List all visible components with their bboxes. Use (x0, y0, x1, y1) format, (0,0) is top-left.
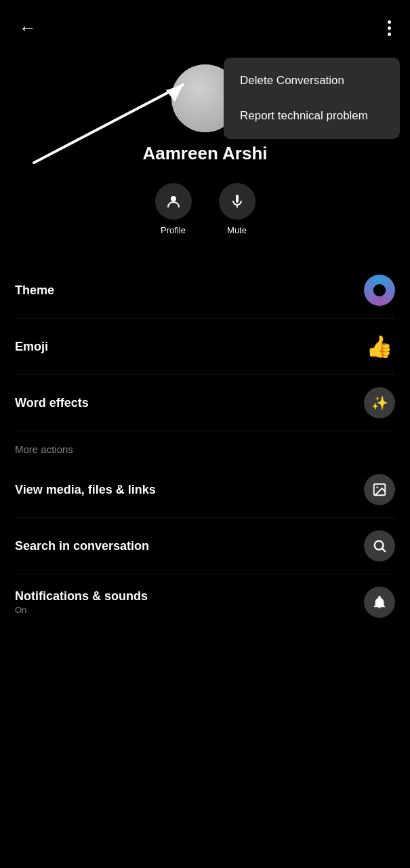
profile-name: Aamreen Arshi (143, 143, 268, 164)
report-problem-item[interactable]: Report technical problem (224, 98, 400, 134)
dot-icon (388, 20, 391, 24)
search-conversation-label: Search in conversation (15, 539, 149, 553)
svg-point-2 (171, 196, 176, 201)
notifications-subtitle: On (15, 605, 148, 615)
word-effects-menu-item[interactable]: Word effects ✨ (0, 375, 410, 431)
search-item-content: Search in conversation (15, 539, 149, 553)
delete-conversation-item[interactable]: Delete Conversation (224, 63, 400, 98)
profile-button[interactable]: Profile (155, 183, 192, 235)
view-media-item-content: View media, files & links (15, 483, 156, 497)
theme-label: Theme (15, 283, 54, 298)
action-buttons-row: Profile Mute (155, 183, 255, 235)
theme-item-content: Theme (15, 283, 54, 298)
svg-line-6 (382, 549, 385, 551)
word-effects-item-content: Word effects (15, 396, 89, 410)
dot-icon (388, 33, 391, 36)
notifications-menu-item[interactable]: Notifications & sounds On (0, 574, 410, 630)
emoji-item-content: Emoji (15, 340, 48, 354)
emoji-menu-item[interactable]: Emoji 👍 (0, 319, 410, 374)
media-icon (364, 474, 395, 505)
theme-icon (364, 275, 395, 306)
view-media-menu-item[interactable]: View media, files & links (0, 462, 410, 517)
svg-point-4 (376, 486, 378, 488)
settings-menu: Theme Emoji 👍 Word effects ✨ More action… (0, 256, 410, 637)
search-icon (364, 530, 395, 561)
emoji-label: Emoji (15, 340, 48, 354)
notifications-label: Notifications & sounds (15, 589, 148, 604)
mute-button[interactable]: Mute (219, 183, 255, 235)
dropdown-menu: Delete Conversation Report technical pro… (224, 58, 400, 139)
profile-label: Profile (161, 225, 186, 235)
header: ← (0, 0, 410, 51)
wand-icon: ✨ (364, 387, 395, 418)
more-options-button[interactable] (382, 15, 396, 41)
notifications-item-content: Notifications & sounds On (15, 589, 148, 615)
back-arrow-icon: ← (19, 18, 37, 38)
emoji-icon: 👍 (364, 331, 395, 362)
more-actions-label: More actions (0, 431, 410, 462)
dot-icon (388, 26, 391, 30)
back-button[interactable]: ← (14, 12, 42, 44)
mute-icon (219, 183, 255, 220)
word-effects-label: Word effects (15, 396, 89, 410)
theme-menu-item[interactable]: Theme (0, 262, 410, 318)
profile-icon (155, 183, 192, 220)
search-conversation-menu-item[interactable]: Search in conversation (0, 518, 410, 574)
bell-icon (364, 587, 395, 618)
mute-label: Mute (227, 225, 247, 235)
view-media-label: View media, files & links (15, 483, 156, 497)
